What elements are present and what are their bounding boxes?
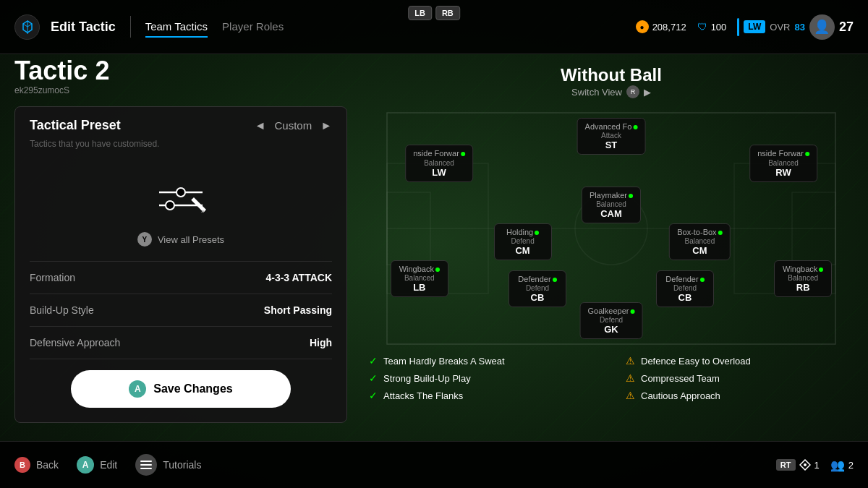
warn-traits-column: ⚠ Defence Easy to Overload ⚠ Compressed … — [626, 355, 854, 401]
player-style-gk: Defend — [588, 316, 635, 324]
preset-nav: ◄ Custom ► — [255, 119, 332, 132]
defensive-label: Defensive Approach — [30, 337, 120, 348]
player-role-lb: Wingback — [399, 265, 441, 274]
player-style-cm-right: Balanced — [677, 237, 722, 245]
view-presets-button[interactable]: Y View all Presets — [137, 232, 224, 247]
tab-team-tactics[interactable]: Team Tactics — [145, 17, 208, 38]
player-card-gk[interactable]: Goalkeeper Defend GK — [580, 302, 643, 339]
view-presets-label: View all Presets — [158, 234, 224, 245]
player-card-cam[interactable]: Playmaker Balanced CAM — [582, 187, 641, 223]
svg-point-1 — [176, 188, 185, 197]
nav-divider — [130, 16, 131, 38]
player-role-gk: Goalkeeper — [588, 307, 635, 316]
rt-button: RT — [776, 459, 796, 471]
buildup-row[interactable]: Build-Up Style Short Passing — [30, 294, 332, 326]
player-pos-cb-left: CB — [516, 292, 558, 303]
player-pos-cam: CAM — [590, 208, 633, 219]
tutorials-button[interactable]: Tutorials — [135, 454, 201, 476]
player-card-cb-left[interactable]: Defender Defend CB — [509, 270, 566, 307]
rt-info: RT 1 — [776, 459, 820, 471]
player-pos-st: ST — [585, 140, 638, 150]
good-trait-label-0: Team Hardly Breaks A Sweat — [383, 356, 505, 367]
player-card-rw[interactable]: nside Forwar Balanced RW — [749, 145, 817, 181]
player-style-cam: Balanced — [590, 200, 633, 208]
preset-arrow-right[interactable]: ► — [320, 119, 332, 132]
bottom-bar: B Back A Edit Tutorials RT 1 👥 2 — [0, 441, 868, 488]
warn-trait-label-0: Defence Easy to Overload — [641, 356, 751, 367]
tab-player-roles[interactable]: Player Roles — [222, 17, 284, 38]
position-indicator — [737, 18, 739, 36]
main-area: Without Ball Switch View R ▶ Advanced Fo… — [354, 54, 868, 441]
preset-arrow-left[interactable]: ◄ — [255, 119, 266, 132]
player-style-cb-right: Defend — [664, 284, 706, 292]
player-role-cb-right: Defender — [664, 275, 706, 284]
player-card-lb[interactable]: Wingback Balanced LB — [391, 260, 448, 297]
nav-tabs: Team Tactics Player Roles — [145, 17, 284, 38]
r-button-icon[interactable]: R — [626, 85, 639, 98]
formation-row[interactable]: Formation 4-3-3 ATTACK — [30, 261, 332, 294]
player-pos-cm-left: CM — [502, 245, 544, 256]
preset-title: Tactical Preset — [30, 118, 121, 133]
lb-button[interactable]: LB — [408, 6, 432, 20]
menu-icon — [135, 454, 157, 476]
edit-button[interactable]: A Edit — [77, 456, 117, 474]
player-pos-rb: RB — [782, 282, 824, 293]
warn-icon-1: ⚠ — [626, 372, 635, 384]
player-style-lw: Balanced — [413, 159, 465, 167]
back-button[interactable]: B Back — [14, 457, 59, 473]
ovr-label: OVR — [770, 22, 790, 33]
player-role-cm-right: Box-to-Box — [677, 228, 722, 237]
player-pos-gk: GK — [588, 324, 635, 335]
player-card-cm-left[interactable]: Holding Defend CM — [494, 223, 552, 260]
player-style-st: Attack — [585, 132, 638, 140]
save-btn-area: A Save Changes — [30, 359, 332, 411]
coin-info: ● 208,712 — [636, 20, 686, 33]
player-style-rb: Balanced — [782, 274, 824, 282]
good-trait-0: ✓ Team Hardly Breaks A Sweat — [369, 355, 597, 367]
buildup-value: Short Passing — [264, 304, 332, 316]
coin-icon: ● — [636, 20, 649, 33]
formation-value: 4-3-3 ATTACK — [265, 272, 332, 283]
ovr-value: 83 — [795, 22, 805, 33]
player-card-cm-right[interactable]: Box-to-Box Balanced CM — [669, 223, 730, 260]
shield-value: 100 — [711, 22, 727, 33]
player-style-rw: Balanced — [757, 159, 809, 167]
tactic-subtitle: ek295zumocS — [14, 85, 347, 95]
topbar-right: ● 208,712 🛡 100 LW OVR 83 👤 27 — [636, 14, 854, 40]
defensive-row[interactable]: Defensive Approach High — [30, 326, 332, 359]
good-traits-column: ✓ Team Hardly Breaks A Sweat ✓ Strong Bu… — [369, 355, 597, 401]
player-card-st[interactable]: Advanced Fo Attack ST — [577, 118, 646, 155]
switch-view: Switch View R ▶ — [354, 85, 868, 98]
preset-icon — [152, 178, 210, 221]
player-role-rw: nside Forwar — [757, 149, 809, 158]
player-pos-lw: LW — [413, 167, 465, 178]
warn-icon-0: ⚠ — [626, 355, 635, 367]
field-container: Advanced Fo Attack ST nside Forwar Balan… — [365, 106, 857, 351]
warn-trait-0: ⚠ Defence Easy to Overload — [626, 355, 854, 367]
player-number: 27 — [839, 20, 854, 35]
player-role-cam: Playmaker — [590, 191, 633, 200]
formation-label: Formation — [30, 272, 75, 283]
bottom-right: RT 1 👥 2 — [776, 458, 854, 472]
player-card-cb-right[interactable]: Defender Defend CB — [656, 270, 714, 307]
save-changes-button[interactable]: A Save Changes — [71, 370, 290, 408]
tactic-title: Tactic 2 — [14, 58, 347, 84]
warn-trait-1: ⚠ Compressed Team — [626, 372, 854, 384]
good-trait-label-1: Strong Build-Up Play — [383, 373, 471, 384]
y-button-icon: Y — [137, 232, 152, 247]
preset-icon-area: Y View all Presets — [30, 163, 332, 261]
preset-card: Tactical Preset ◄ Custom ► Tactics that … — [14, 106, 347, 423]
player-card-rb[interactable]: Wingback Balanced RB — [774, 260, 832, 297]
rb-button[interactable]: RB — [435, 6, 460, 20]
people-icon: 👥 — [830, 458, 845, 472]
player-card-lw[interactable]: nside Forwar Balanced LW — [405, 145, 473, 181]
a-button-icon: A — [129, 380, 146, 398]
shoulder-buttons: LB RB — [408, 6, 460, 20]
warn-trait-label-1: Compressed Team — [641, 373, 720, 384]
without-ball-title: Without Ball — [354, 54, 868, 85]
player-style-cb-left: Defend — [516, 284, 558, 292]
traits-section: ✓ Team Hardly Breaks A Sweat ✓ Strong Bu… — [354, 355, 868, 401]
player-info: LW OVR 83 👤 27 — [737, 14, 854, 40]
switch-arrow: ▶ — [644, 87, 651, 98]
good-trait-1: ✓ Strong Build-Up Play — [369, 372, 597, 384]
